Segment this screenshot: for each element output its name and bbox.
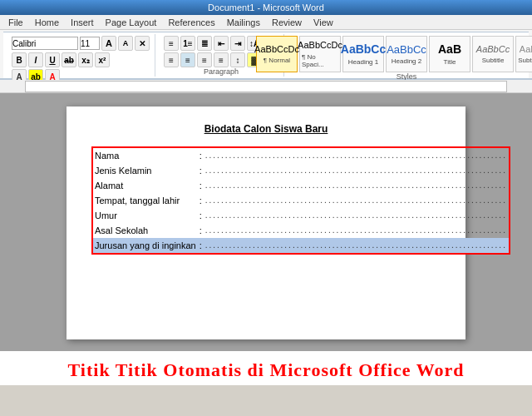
style-subtitle[interactable]: AaBbCc Subtitle xyxy=(472,36,514,72)
increase-indent-btn[interactable]: ⇥ xyxy=(230,36,245,51)
style-title[interactable]: AaB Title xyxy=(429,36,470,72)
dots-7: ........................................… xyxy=(204,238,510,254)
italic-btn[interactable]: I xyxy=(28,52,43,67)
bullets-btn[interactable]: ≡ xyxy=(164,36,179,51)
line-spacing-btn[interactable]: ↕ xyxy=(230,52,245,67)
style-normal-label: ¶ Normal xyxy=(264,57,290,64)
underline-btn[interactable]: U xyxy=(45,52,60,67)
colon-6: : xyxy=(198,223,204,238)
field-label-jk: Jenis Kelamin xyxy=(92,163,198,178)
style-h1-label: Heading 1 xyxy=(348,58,378,66)
field-row-nama: Nama : .................................… xyxy=(92,147,510,163)
superscript-btn[interactable]: x² xyxy=(95,52,110,67)
style-nospace[interactable]: AaBbCcDc ¶ No Spaci... xyxy=(299,36,341,72)
ribbon: A A ✕ B I U ab x₂ x² A ab xyxy=(0,30,532,80)
bold-btn[interactable]: B xyxy=(12,52,27,67)
menu-review[interactable]: Review xyxy=(267,17,307,28)
menu-bar: File Home Insert Page Layout References … xyxy=(0,15,532,30)
menu-file[interactable]: File xyxy=(3,17,28,28)
style-nospace-preview: AaBbCcDc xyxy=(298,40,342,51)
styles-controls: AaBbCcDc ¶ Normal AaBbCcDc ¶ No Spaci...… xyxy=(256,36,532,72)
colon-1: : xyxy=(198,147,204,163)
style-h1-preview: AaBbCc xyxy=(341,42,386,57)
field-label-alamat: Alamat xyxy=(92,178,198,193)
page-title: Biodata Calon Siswa Baru xyxy=(91,123,441,135)
paragraph-group-label: Paragraph xyxy=(204,67,239,77)
menu-insert[interactable]: Insert xyxy=(66,17,99,28)
font-size-input[interactable] xyxy=(80,37,100,50)
document-area: Biodata Calon Siswa Baru Nama : ........… xyxy=(0,93,532,351)
menu-home[interactable]: Home xyxy=(30,17,64,28)
title-bar-label: Document1 - Microsoft Word xyxy=(208,2,324,12)
field-row-umur: Umur : .................................… xyxy=(92,208,510,223)
field-label-jurusan: Jurusan yang di inginkan xyxy=(92,238,198,254)
decrease-indent-btn[interactable]: ⇤ xyxy=(214,36,229,51)
style-subtle[interactable]: AaBbCc Subtle Em... xyxy=(515,36,532,72)
colon-3: : xyxy=(198,178,204,193)
style-h2[interactable]: AaBbCc Heading 2 xyxy=(386,36,427,72)
document-page: Biodata Calon Siswa Baru Nama : ........… xyxy=(66,106,466,339)
field-label-asal: Asal Sekolah xyxy=(92,223,198,238)
dots-2: ........................................… xyxy=(204,163,510,178)
font-family-input[interactable] xyxy=(12,37,78,50)
field-row-jk: Jenis Kelamin : ........................… xyxy=(92,163,510,178)
field-row-alamat: Alamat : ...............................… xyxy=(92,178,510,193)
field-row-ttl: Tempat, tanggal lahir : ................… xyxy=(92,193,510,208)
dots-5: ........................................… xyxy=(204,208,510,223)
ribbon-group-styles: AaBbCcDc ¶ Normal AaBbCcDc ¶ No Spaci...… xyxy=(288,34,525,77)
font-controls: A A ✕ B I U ab x₂ x² A ab xyxy=(12,36,150,84)
align-center-btn[interactable]: ≡ xyxy=(180,52,195,67)
bottom-text-label: Titik Titik Otomatis di Microsoft Office… xyxy=(68,359,465,380)
title-bar: Document1 - Microsoft Word xyxy=(0,0,532,15)
style-normal-preview: AaBbCcDc xyxy=(254,44,299,55)
style-h1[interactable]: AaBbCc Heading 1 xyxy=(342,36,384,72)
field-label-nama: Nama xyxy=(92,147,198,163)
colon-7: : xyxy=(198,238,204,254)
style-subtle-label: Subtle Em... xyxy=(518,57,532,64)
colon-4: : xyxy=(198,193,204,208)
grow-font-btn[interactable]: A xyxy=(101,36,116,51)
style-h2-label: Heading 2 xyxy=(392,57,421,65)
ribbon-group-font: A A ✕ B I U ab x₂ x² A ab xyxy=(7,34,155,77)
dots-4: ........................................… xyxy=(204,193,510,208)
dots-1: ........................................… xyxy=(204,147,510,163)
dots-6: ........................................… xyxy=(204,223,510,238)
field-label-umur: Umur xyxy=(92,208,198,223)
justify-btn[interactable]: ≡ xyxy=(214,52,229,67)
clear-format-btn[interactable]: ✕ xyxy=(135,36,150,51)
style-title-preview: AaB xyxy=(438,42,461,57)
field-row-jurusan: Jurusan yang di inginkan : .............… xyxy=(92,238,510,254)
bottom-text-area: Titik Titik Otomatis di Microsoft Office… xyxy=(0,351,532,385)
strikethrough-btn[interactable]: ab xyxy=(62,52,76,67)
colon-2: : xyxy=(198,163,204,178)
style-subtle-preview: AaBbCc xyxy=(520,44,532,55)
menu-references[interactable]: References xyxy=(163,17,219,28)
colon-5: : xyxy=(198,208,204,223)
style-subtitle-preview: AaBbCc xyxy=(476,44,510,55)
style-normal[interactable]: AaBbCcDc ¶ Normal xyxy=(256,36,298,72)
form-table: Nama : .................................… xyxy=(91,146,510,255)
field-row-asal: Asal Sekolah : .........................… xyxy=(92,223,510,238)
table-row: Nama : .................................… xyxy=(91,146,510,255)
align-right-btn[interactable]: ≡ xyxy=(197,52,212,67)
numbering-btn[interactable]: 1≡ xyxy=(180,36,195,51)
menu-view[interactable]: View xyxy=(308,17,338,28)
style-nospace-label: ¶ No Spaci... xyxy=(302,53,338,68)
style-h2-preview: AaBbCc xyxy=(387,43,426,57)
ruler xyxy=(0,80,532,93)
menu-pagelayout[interactable]: Page Layout xyxy=(101,17,162,28)
shrink-font-btn[interactable]: A xyxy=(118,36,133,51)
field-label-ttl: Tempat, tanggal lahir xyxy=(92,193,198,208)
menu-mailings[interactable]: Mailings xyxy=(222,17,265,28)
align-left-btn[interactable]: ≡ xyxy=(164,52,179,67)
style-subtitle-label: Subtitle xyxy=(482,57,505,64)
ruler-inner xyxy=(25,81,507,92)
style-title-label: Title xyxy=(444,58,456,66)
subscript-btn[interactable]: x₂ xyxy=(78,52,93,67)
multilevel-btn[interactable]: ≣ xyxy=(197,36,212,51)
dots-3: ........................................… xyxy=(204,178,510,193)
ribbon-content: A A ✕ B I U ab x₂ x² A ab xyxy=(3,32,529,78)
